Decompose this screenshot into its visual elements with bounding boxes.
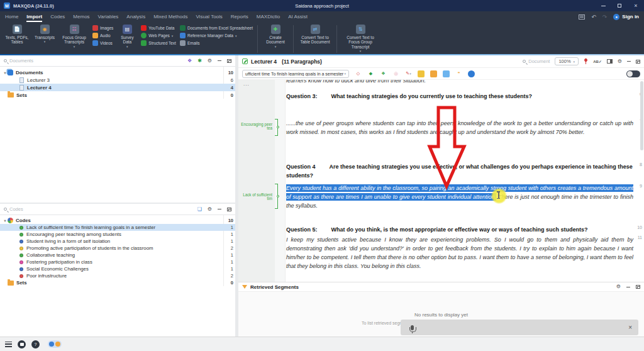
web-pages-button[interactable]: Web Pages ▾ xyxy=(141,33,176,38)
tab-variables[interactable]: Variables xyxy=(98,11,119,22)
undock-panel-icon[interactable] xyxy=(636,60,640,64)
activate-icon[interactable]: ✱ xyxy=(197,58,202,64)
code-row[interactable]: Fostering participation in class 1 xyxy=(0,259,235,265)
tab-import[interactable]: Import xyxy=(26,11,42,22)
create-document-button[interactable]: ✚ Create Document ▾ xyxy=(262,25,289,48)
code-row[interactable]: Poor infrustructure 2 xyxy=(0,272,235,279)
tab-home[interactable]: Home xyxy=(5,11,18,22)
paragraph-8[interactable]: Question 4Are these teaching strategies … xyxy=(286,162,633,180)
chevron-down-icon[interactable]: ▾ xyxy=(3,218,8,223)
paragraph-9[interactable]: Every student has a different ability in… xyxy=(286,184,633,210)
voice-typing-bar[interactable]: × xyxy=(401,320,638,335)
vertical-scrollbar[interactable] xyxy=(640,81,643,150)
margin-code-label[interactable]: Encouraging peer tea xyxy=(238,123,272,131)
code-row[interactable]: Collaborative teaching 1 xyxy=(0,252,235,259)
new-code-icon[interactable]: ❏ xyxy=(197,207,202,212)
convert-text-to-focus-group-button[interactable]: ⇅ Convert Text to Focus Group Transcript… xyxy=(341,25,380,53)
code-row[interactable]: Social Economic Challenges 1 xyxy=(0,265,235,272)
paragraph-5-partial[interactable]: learners know how to duck and dive from … xyxy=(286,80,633,85)
tree-row-codes-root[interactable]: ▾ Codes 10 xyxy=(0,217,235,224)
tab-codes[interactable]: Codes xyxy=(50,11,65,22)
tab-maxdictio[interactable]: MAXDictio xyxy=(257,11,280,22)
undock-panel-icon[interactable] xyxy=(227,59,231,63)
redo-icon[interactable]: ↷ xyxy=(602,14,608,20)
paraphrase-icon[interactable] xyxy=(443,70,450,77)
code-add-icon[interactable]: ◆ xyxy=(367,70,374,77)
code-row[interactable]: Encouraging peer teaching among students… xyxy=(0,231,235,238)
code-row[interactable]: Lack of sufficient time To finish learni… xyxy=(0,224,235,231)
tab-analysis[interactable]: Analysis xyxy=(126,11,145,22)
minimize-panel-icon[interactable] xyxy=(218,60,221,61)
comment-bubble-icon[interactable]: ❝ xyxy=(455,70,462,77)
minimize-button[interactable] xyxy=(595,0,611,11)
documents-search[interactable]: Documents xyxy=(4,58,33,64)
close-button[interactable]: × xyxy=(628,0,644,11)
edit-mode-icon[interactable] xyxy=(242,58,248,64)
code-red-icon[interactable]: ◇ xyxy=(355,70,362,77)
paragraph-6[interactable]: Question 3:What teaching strategies do y… xyxy=(286,92,633,101)
hidden-codes-indicator[interactable]: ... xyxy=(243,81,250,87)
tree-row-code-sets[interactable]: Sets 0 xyxy=(0,279,235,286)
documents-from-excel-button[interactable]: Documents from Excel Spreadsheet xyxy=(180,25,253,31)
edit-mode-toggle[interactable] xyxy=(626,70,640,77)
emails-button[interactable]: Emails xyxy=(180,40,253,46)
focus-group-transcripts-button[interactable]: ☷ Focus Group Transcripts ▾ xyxy=(59,25,89,48)
code-undo-icon[interactable]: ◎ xyxy=(392,70,399,77)
keyboard-icon[interactable] xyxy=(579,14,585,20)
gear-icon[interactable]: ⚙ xyxy=(616,284,621,289)
paragraph-11[interactable]: I keep my students active because I know… xyxy=(286,235,633,270)
tree-row-documents-root[interactable]: ▾ Documents 10 xyxy=(0,69,235,76)
tree-row-lecturer-3[interactable]: Lecturer 3 6 xyxy=(0,76,235,84)
gear-icon[interactable]: ⚙ xyxy=(208,207,212,212)
coding-bracket-dot[interactable] xyxy=(277,126,279,128)
tree-row-document-sets[interactable]: Sets 0 xyxy=(0,91,235,99)
undo-icon[interactable]: ↶ xyxy=(591,14,596,20)
paragraph-7[interactable]: ......the use of peer groups where stude… xyxy=(286,119,633,136)
pin-icon[interactable] xyxy=(584,58,588,64)
tab-visual-tools[interactable]: Visual Tools xyxy=(196,11,222,22)
gear-icon[interactable]: ⚙ xyxy=(618,59,622,64)
videos-button[interactable]: Videos xyxy=(92,40,113,46)
minimize-panel-icon[interactable] xyxy=(627,61,631,62)
tab-ai-assist[interactable]: AI Assist xyxy=(288,11,308,22)
tab-mixed-methods[interactable]: Mixed Methods xyxy=(153,11,187,22)
code-row[interactable]: Student living in a form of self isolati… xyxy=(0,238,235,245)
close-icon[interactable]: × xyxy=(628,324,632,331)
tree-row-lecturer-4[interactable]: Lecturer 4 4 xyxy=(0,84,235,91)
reference-manager-data-button[interactable]: Reference Manager Data ▾ xyxy=(180,33,253,38)
codes-search[interactable]: Codes xyxy=(4,206,23,212)
minimize-panel-icon[interactable] xyxy=(218,209,221,209)
taskbar-menu-icon[interactable] xyxy=(5,342,12,347)
new-memo-icon[interactable] xyxy=(430,70,437,77)
transcripts-button[interactable]: ◉ Transcripts ▾ xyxy=(33,25,57,43)
margin-code-label[interactable]: Lack of sufficient tim xyxy=(238,193,272,201)
youtube-data-button[interactable]: YouTube Data xyxy=(141,25,176,31)
gear-icon[interactable]: ⚙ xyxy=(208,58,212,64)
minimize-panel-icon[interactable] xyxy=(626,287,630,287)
quick-code-select[interactable]: ufficient time To finish learning goals … xyxy=(242,70,349,78)
browser-profile-icon[interactable] xyxy=(48,340,62,348)
ai-assist-icon[interactable] xyxy=(468,70,475,77)
code-row[interactable]: Promoting active participation of studen… xyxy=(0,245,235,252)
maximize-button[interactable] xyxy=(611,0,628,11)
highlighter-icon[interactable]: ✎▾ xyxy=(405,70,412,77)
convert-text-to-table-button[interactable]: ⇄ Convert Text to Table Document xyxy=(297,25,333,45)
microphone-icon[interactable] xyxy=(411,325,414,330)
help-app-icon[interactable]: ? xyxy=(31,340,40,348)
survey-data-button[interactable]: ▤ Survey Data ▾ xyxy=(116,25,138,48)
memo-icon[interactable]: ❖ xyxy=(187,58,192,64)
sign-in-button[interactable]: ● Sign in xyxy=(613,14,639,20)
paragraph-10[interactable]: Question 5:What do you think, is the mos… xyxy=(286,225,633,234)
images-button[interactable]: Images xyxy=(92,25,113,31)
chevron-down-icon[interactable]: ▾ xyxy=(3,70,8,75)
zoom-level-select[interactable]: 100% ▾ xyxy=(555,57,579,65)
tab-memos[interactable]: Memos xyxy=(73,11,89,22)
spellcheck-icon[interactable]: AB✓ xyxy=(593,59,602,64)
document-search[interactable]: Document xyxy=(523,58,550,64)
sidebar-toggle-icon[interactable] xyxy=(607,59,613,64)
audio-button[interactable]: Audio xyxy=(92,33,113,38)
code-in-vivo-icon[interactable]: ❖ xyxy=(380,70,387,77)
coding-bracket-dot[interactable] xyxy=(277,195,279,198)
undock-panel-icon[interactable] xyxy=(636,285,640,289)
chat-app-icon[interactable] xyxy=(18,340,26,348)
